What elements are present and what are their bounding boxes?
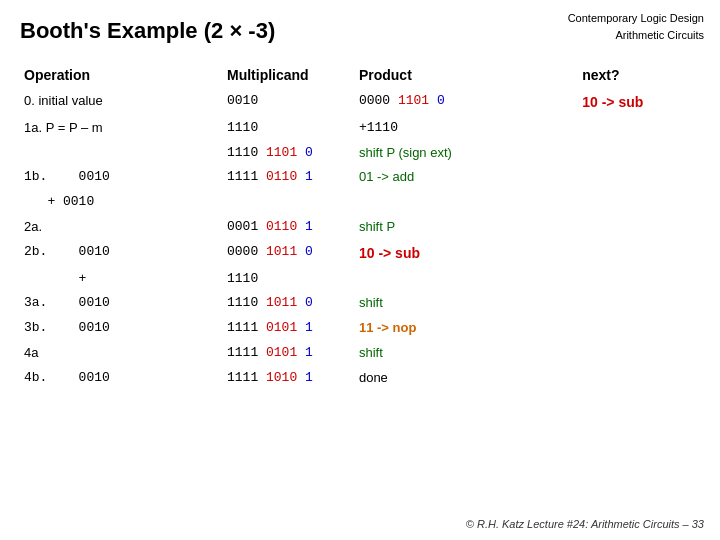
op-4b: 4b. 0010 <box>20 366 223 391</box>
op-3b: 3b. 0010 <box>20 316 223 341</box>
mult-1a2: 1110 1101 0 <box>223 141 355 166</box>
main-content: Operation Multiplicand Product next? 0. … <box>20 65 700 391</box>
mult-2b: 0000 1011 0 <box>223 240 355 267</box>
table-row: 1b. 0010 1111 0110 1 01 -> add <box>20 165 700 190</box>
next-0: 10 -> sub <box>578 89 700 116</box>
mult-1a: 1110 <box>223 116 355 141</box>
op-0: 0. initial value <box>20 89 223 116</box>
table-row: 4b. 0010 1111 1010 1 done <box>20 366 700 391</box>
op-1b2: + 0010 <box>20 190 223 215</box>
page-title: Booth's Example (2 × -3) <box>20 18 275 44</box>
prod-0: 0000 1101 0 <box>355 89 578 116</box>
mult-4a: 1111 0101 1 <box>223 341 355 366</box>
col-header-multiplicand: Multiplicand <box>223 65 355 89</box>
prod-4b: done <box>355 366 578 391</box>
table-row: 2b. 0010 0000 1011 0 10 -> sub <box>20 240 700 267</box>
col-header-product: Product <box>355 65 578 89</box>
prod-4a: shift <box>355 341 578 366</box>
next-2a <box>578 215 700 240</box>
mult-3b: 1111 0101 1 <box>223 316 355 341</box>
table-row: 1a. P = P – m 1110 +1110 <box>20 116 700 141</box>
table-row: 2a. 0001 0110 1 shift P <box>20 215 700 240</box>
prod-3b: 11 -> nop <box>355 316 578 341</box>
prod-2b: 10 -> sub <box>355 240 578 267</box>
top-right-line2: Arithmetic Circuits <box>568 27 704 44</box>
mult-3a: 1110 1011 0 <box>223 291 355 316</box>
prod-1b2 <box>355 190 578 215</box>
table-row: + 1110 <box>20 267 700 292</box>
next-3a <box>578 291 700 316</box>
table-row: 1110 1101 0 shift P (sign ext) <box>20 141 700 166</box>
booth-table: Operation Multiplicand Product next? 0. … <box>20 65 700 391</box>
next-2b2 <box>578 267 700 292</box>
next-1a <box>578 116 700 141</box>
mult-4b: 1111 1010 1 <box>223 366 355 391</box>
col-header-next: next? <box>578 65 700 89</box>
top-right-line1: Contemporary Logic Design <box>568 10 704 27</box>
prod-1a2: shift P (sign ext) <box>355 141 578 166</box>
op-1a: 1a. P = P – m <box>20 116 223 141</box>
footer-label: © R.H. Katz Lecture #24: Arithmetic Circ… <box>466 518 704 530</box>
top-right-label: Contemporary Logic Design Arithmetic Cir… <box>568 10 704 43</box>
table-row: 0. initial value 0010 0000 1101 0 10 -> … <box>20 89 700 116</box>
mult-1b: 1111 0110 1 <box>223 165 355 190</box>
op-2b: 2b. 0010 <box>20 240 223 267</box>
op-1a2 <box>20 141 223 166</box>
prod-2b2 <box>355 267 578 292</box>
mult-1b2 <box>223 190 355 215</box>
prod-1a: +1110 <box>355 116 578 141</box>
next-4a <box>578 341 700 366</box>
col-header-operation: Operation <box>20 65 223 89</box>
mult-2b2: 1110 <box>223 267 355 292</box>
op-4a: 4a <box>20 341 223 366</box>
prod-1b: 01 -> add <box>355 165 578 190</box>
op-3a: 3a. 0010 <box>20 291 223 316</box>
op-2b2: + <box>20 267 223 292</box>
next-2b <box>578 240 700 267</box>
next-4b <box>578 366 700 391</box>
prod-2a: shift P <box>355 215 578 240</box>
next-1a2 <box>578 141 700 166</box>
table-row: 3a. 0010 1110 1011 0 shift <box>20 291 700 316</box>
table-header-row: Operation Multiplicand Product next? <box>20 65 700 89</box>
next-3b <box>578 316 700 341</box>
table-row: 3b. 0010 1111 0101 1 11 -> nop <box>20 316 700 341</box>
mult-0: 0010 <box>223 89 355 116</box>
next-1b <box>578 165 700 190</box>
op-1b: 1b. 0010 <box>20 165 223 190</box>
mult-2a: 0001 0110 1 <box>223 215 355 240</box>
table-row: 4a 1111 0101 1 shift <box>20 341 700 366</box>
table-row: + 0010 <box>20 190 700 215</box>
next-1b2 <box>578 190 700 215</box>
prod-3a: shift <box>355 291 578 316</box>
op-2a: 2a. <box>20 215 223 240</box>
